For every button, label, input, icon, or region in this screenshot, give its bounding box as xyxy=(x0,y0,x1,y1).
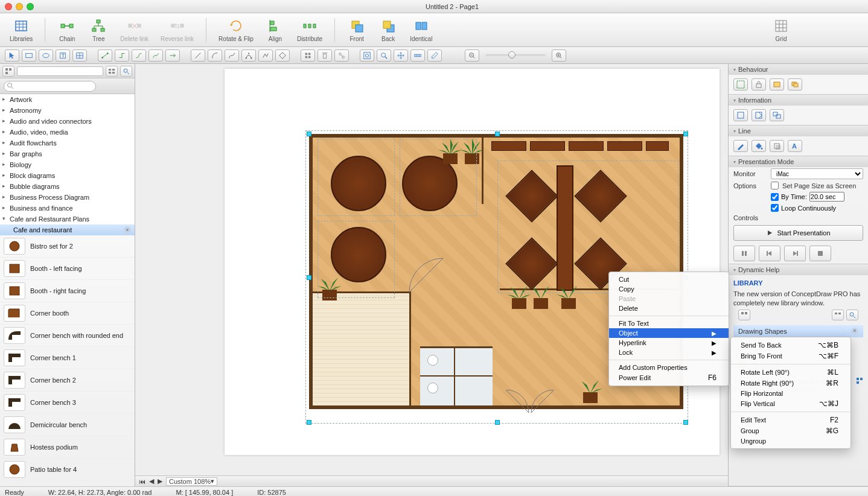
toolbar-chain[interactable]: Chain xyxy=(55,17,79,42)
context-menu-item[interactable]: Hyperlink▶ xyxy=(609,338,729,348)
monitor-select[interactable]: iMac xyxy=(771,168,863,179)
selection-handle[interactable] xyxy=(495,420,500,425)
pres-pause[interactable] xyxy=(733,246,755,261)
library-search-button[interactable] xyxy=(120,66,132,77)
start-presentation-button[interactable]: Start Presentation xyxy=(733,225,863,241)
context-submenu-item[interactable]: Edit TextF2 xyxy=(731,415,850,425)
connector-tool-5[interactable] xyxy=(165,49,180,62)
pan-tool[interactable] xyxy=(394,49,408,62)
line-text-btn[interactable]: A xyxy=(788,140,802,152)
page-nav-first[interactable]: ⏮ xyxy=(139,478,145,485)
help-tree-icon[interactable] xyxy=(856,377,863,395)
help-grid-view[interactable] xyxy=(832,310,844,320)
context-menu-item[interactable]: Copy xyxy=(609,284,729,294)
library-tree[interactable]: ArtworkAstronomyAudio and video connecto… xyxy=(0,94,135,235)
align-tool-2[interactable] xyxy=(318,49,332,62)
info-btn-1[interactable] xyxy=(733,109,748,121)
library-shapes-list[interactable]: Bistro set for 2Booth - left facingBooth… xyxy=(0,235,135,486)
bezier-tool[interactable] xyxy=(241,49,256,62)
text-tool[interactable]: T xyxy=(56,49,70,62)
connector-tool-1[interactable] xyxy=(98,49,112,62)
presentation-header[interactable]: ▾Presentation Mode xyxy=(729,156,868,167)
toolbar-back[interactable]: Back xyxy=(376,17,400,42)
window-minimize-button[interactable] xyxy=(16,3,23,10)
library-search-input[interactable] xyxy=(4,81,96,92)
line-shadow-btn[interactable] xyxy=(770,140,784,152)
pres-next[interactable] xyxy=(784,246,806,261)
line-fill-btn[interactable] xyxy=(752,140,766,152)
library-shape-item[interactable]: Hostess podium xyxy=(0,436,135,459)
connector-tool-2[interactable] xyxy=(115,49,129,62)
align-tool-1[interactable] xyxy=(301,49,315,62)
connector-tool-4[interactable] xyxy=(148,49,163,62)
context-submenu-item[interactable]: Rotate Right (90°)⌘R xyxy=(731,378,850,389)
library-shape-item[interactable]: Bistro set for 2 xyxy=(0,235,135,258)
line-pen-btn[interactable] xyxy=(733,140,748,152)
behaviour-btn-lock[interactable] xyxy=(752,78,766,91)
spline-tool[interactable] xyxy=(225,49,239,62)
cursor-tool[interactable] xyxy=(5,49,19,62)
behaviour-btn-4[interactable] xyxy=(788,78,802,91)
help-link[interactable]: LIBRARY xyxy=(733,279,863,287)
toolbar-delete-link[interactable]: Delete link xyxy=(118,17,151,42)
behaviour-header[interactable]: ▾Behaviour xyxy=(729,64,868,75)
opt-page-size-check[interactable] xyxy=(771,182,779,189)
context-submenu-item[interactable]: Flip Vertical⌥⌘J xyxy=(731,398,850,409)
zoom-select[interactable]: Custom 108% ▾ xyxy=(166,477,217,486)
toolbar-align[interactable]: Align xyxy=(263,17,287,42)
polyline-tool[interactable] xyxy=(258,49,273,62)
page-nav-prev[interactable]: ◀ xyxy=(149,477,154,485)
toolbar-rotate-flip[interactable]: Rotate & Flip xyxy=(216,17,256,42)
context-submenu-item[interactable]: Send To Back⌥⌘B xyxy=(731,340,850,351)
window-zoom-button[interactable] xyxy=(27,3,34,10)
info-btn-2[interactable] xyxy=(752,109,766,121)
pres-prev[interactable] xyxy=(759,246,780,261)
library-selected-category[interactable]: Cafe and restaurant× xyxy=(0,224,135,235)
plant[interactable] xyxy=(578,379,602,403)
selection-handle[interactable] xyxy=(307,420,311,425)
library-category[interactable]: Business Process Diagram xyxy=(0,192,135,203)
context-menu-item[interactable]: Object▶ xyxy=(609,328,729,338)
behaviour-btn-1[interactable] xyxy=(733,78,748,91)
help-search-button[interactable] xyxy=(846,310,858,320)
selection-handle[interactable] xyxy=(307,132,311,136)
selection-handle[interactable] xyxy=(307,275,311,280)
library-filter-input[interactable] xyxy=(17,66,103,76)
library-category[interactable]: Bubble diagrams xyxy=(0,181,135,192)
behaviour-btn-3[interactable] xyxy=(770,78,784,91)
toolbar-grid[interactable]: Grid xyxy=(769,17,793,42)
opt-by-time-check[interactable] xyxy=(771,193,779,201)
help-header[interactable]: ▾Dynamic Help xyxy=(729,264,868,275)
measure-tool[interactable] xyxy=(410,49,425,62)
library-category[interactable]: Audio and video connectors xyxy=(0,116,135,127)
close-category[interactable]: × xyxy=(124,226,131,234)
pres-stop[interactable] xyxy=(809,246,831,261)
context-menu-item[interactable]: Lock▶ xyxy=(609,348,729,357)
library-category[interactable]: Biology xyxy=(0,159,135,170)
help-tree-toggle[interactable] xyxy=(738,310,750,320)
library-category[interactable]: Audit flowcharts xyxy=(0,138,135,148)
library-shape-item[interactable]: Patio table for 4 xyxy=(0,459,135,481)
library-shape-item[interactable]: Booth - right facing xyxy=(0,280,135,302)
context-menu-item[interactable]: Cut xyxy=(609,275,729,284)
toolbar-identical[interactable]: Identical xyxy=(407,17,435,42)
library-category[interactable]: Audio, video, media xyxy=(0,127,135,138)
selection-handle[interactable] xyxy=(495,132,500,136)
library-category[interactable]: Bar graphs xyxy=(0,148,135,159)
library-shape-item[interactable]: Corner bench 3 xyxy=(0,392,135,414)
library-category[interactable]: Artwork xyxy=(0,94,135,105)
by-time-input[interactable] xyxy=(809,192,844,202)
toolbar-distribute[interactable]: Distribute xyxy=(295,17,325,42)
ellipse-tool[interactable] xyxy=(39,49,53,62)
toolbar-front[interactable]: Front xyxy=(345,17,369,42)
toolbar-libraries[interactable]: Libraries xyxy=(7,17,35,42)
line-tool[interactable] xyxy=(191,49,205,62)
context-submenu-item[interactable]: Group⌘G xyxy=(731,425,850,436)
library-category[interactable]: Block diagrams xyxy=(0,170,135,181)
library-category[interactable]: Cafe and Restaurant Plans xyxy=(0,214,135,224)
library-shape-item[interactable]: Corner booth xyxy=(0,302,135,325)
line-header[interactable]: ▾Line xyxy=(729,126,868,136)
context-submenu-item[interactable]: Rotate Left (90°)⌘L xyxy=(731,367,850,378)
library-tree-toggle[interactable] xyxy=(2,66,14,77)
library-shape-item[interactable]: Booth - left facing xyxy=(0,258,135,280)
